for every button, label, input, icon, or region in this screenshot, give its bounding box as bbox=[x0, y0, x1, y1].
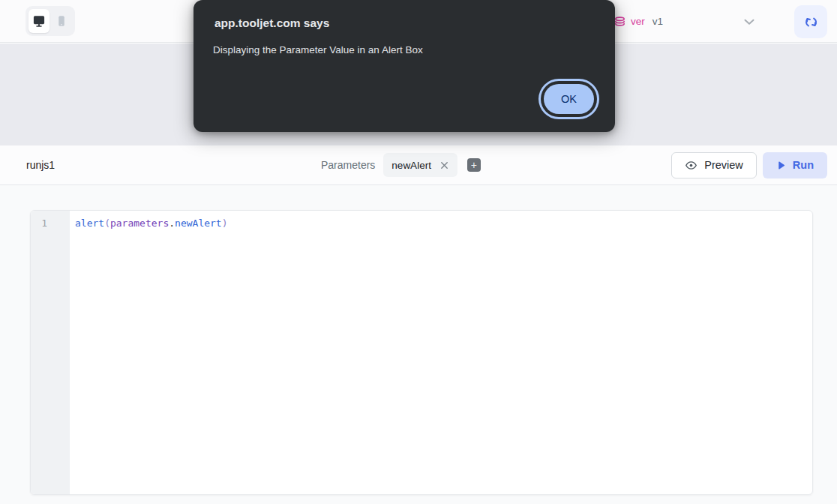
plus-icon: + bbox=[471, 159, 477, 171]
run-button-label: Run bbox=[793, 159, 814, 171]
run-button[interactable]: Run bbox=[763, 152, 827, 178]
parameter-tag-name: newAlert bbox=[392, 160, 431, 171]
desktop-mode-button[interactable] bbox=[28, 9, 50, 33]
chevron-down-icon bbox=[741, 14, 758, 30]
preview-button[interactable]: Preview bbox=[671, 152, 757, 178]
layers-stack-icon bbox=[614, 15, 626, 28]
code-token-dot: . bbox=[169, 218, 175, 229]
editor-code-content[interactable]: alert(parameters.newAlert) bbox=[70, 211, 812, 494]
version-selector[interactable]: ver v1 bbox=[614, 0, 663, 43]
alert-dialog-title: app.tooljet.com says bbox=[214, 16, 594, 30]
parameters-section: Parameters newAlert + bbox=[321, 146, 481, 184]
alert-ok-button[interactable]: OK bbox=[544, 84, 594, 114]
sync-arrows-icon bbox=[804, 15, 818, 29]
code-token-parameters: parameters bbox=[110, 218, 169, 229]
query-name: runjs1 bbox=[26, 146, 55, 184]
promote-version-button[interactable] bbox=[794, 5, 827, 38]
desktop-monitor-icon bbox=[32, 14, 46, 28]
eye-icon bbox=[685, 159, 698, 172]
code-token-function: alert bbox=[75, 218, 104, 229]
query-panel-header: runjs1 Parameters newAlert + bbox=[0, 146, 837, 185]
alert-dialog-message: Displaying the Parameter Value in an Ale… bbox=[213, 44, 594, 56]
parameter-tag[interactable]: newAlert bbox=[383, 153, 458, 177]
remove-parameter-button[interactable] bbox=[440, 160, 449, 170]
device-mode-toggle[interactable] bbox=[26, 6, 75, 36]
close-x-icon bbox=[440, 160, 449, 170]
code-line: alert(parameters.newAlert) bbox=[75, 216, 812, 231]
code-editor[interactable]: 1 alert(parameters.newAlert) bbox=[30, 210, 813, 495]
code-token-open-paren: ( bbox=[104, 218, 110, 229]
query-editor-area: 1 alert(parameters.newAlert) bbox=[0, 185, 837, 504]
query-actions: Preview Run bbox=[671, 146, 827, 184]
play-triangle-icon bbox=[776, 160, 786, 170]
add-parameter-button[interactable]: + bbox=[467, 158, 481, 172]
parameters-label: Parameters bbox=[321, 159, 375, 171]
mobile-phone-icon bbox=[55, 14, 68, 28]
preview-button-label: Preview bbox=[704, 159, 743, 171]
editor-gutter: 1 bbox=[31, 211, 70, 494]
mobile-mode-button[interactable] bbox=[51, 9, 72, 33]
code-token-close-paren: ) bbox=[222, 218, 228, 229]
version-label: ver bbox=[631, 16, 645, 27]
code-token-property: newAlert bbox=[175, 218, 222, 229]
version-value: v1 bbox=[652, 16, 663, 27]
header-expand-control[interactable] bbox=[740, 13, 759, 31]
browser-alert-dialog: app.tooljet.com says Displaying the Para… bbox=[194, 0, 615, 132]
line-number: 1 bbox=[31, 216, 47, 231]
